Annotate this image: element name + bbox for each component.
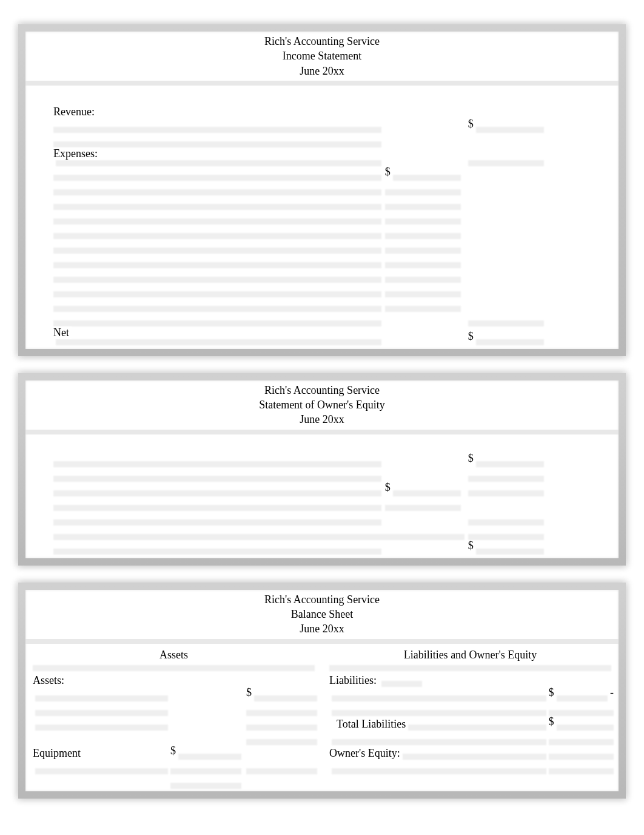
amount-blank [246,768,317,774]
equipment-row: Equipment $ [28,745,320,760]
expense-item-row [25,181,619,195]
amount-blank [385,306,461,312]
total-liabilities-label: Total Liabilities [337,718,406,731]
currency-symbol: $ [385,481,393,494]
revenue-item-row: $ [25,118,619,133]
amount-blank [385,277,461,283]
equity-row [25,496,619,511]
asset-item-row [28,774,320,789]
amount-blank [170,783,241,789]
amount-blank [549,768,614,774]
liabilities-label-row: Liabilities: [324,672,616,687]
amount-blank [393,490,461,496]
company-name: Rich's Accounting Service [25,34,619,49]
total-expenses-row [25,312,619,326]
net-label: Net [53,326,72,339]
divider [25,639,619,644]
liabilities-label: Liabilities: [329,674,377,687]
liability-item-row [324,701,616,716]
amount-blank [557,725,614,731]
currency-symbol: $ [246,686,254,699]
currency-symbol: $ [385,166,393,178]
revenue-label: Revenue: [53,106,97,118]
amount-blank [385,291,461,297]
assets-heading: Assets [28,646,320,664]
amount-blank [468,534,544,540]
currency-symbol: $ [468,330,476,343]
owners-equity-content: $ $ [25,434,619,558]
statement-title: Statement of Owner's Equity [25,397,619,412]
company-name: Rich's Accounting Service [25,383,619,397]
expense-item-row [25,254,619,268]
net-row: Net $ [25,326,619,345]
balance-sheet-columns: Assets Assets: $ [25,644,619,791]
amount-blank [476,339,544,345]
amount-blank [385,233,461,239]
dash: - [608,686,614,699]
amount-blank [170,768,241,774]
expense-item-row [25,283,619,297]
divider [25,430,619,434]
amount-blank [385,189,461,195]
currency-symbol: $ [549,686,557,699]
company-name: Rich's Accounting Service [25,592,619,607]
statement-title: Balance Sheet [25,607,619,621]
amount-blank [549,754,614,760]
balance-sheet-header: Rich's Accounting Service Balance Sheet … [25,590,619,638]
asset-item-row [28,760,320,774]
income-statement-header: Rich's Accounting Service Income Stateme… [25,32,619,79]
amount-blank [385,262,461,268]
currency-symbol: $ [549,715,557,728]
expense-item-row [25,195,619,210]
amount-blank [385,218,461,225]
owners-equity-header: Rich's Accounting Service Statement of O… [25,380,619,428]
amount-blank [549,710,614,716]
equity-row: $ [25,482,619,496]
amount-blank [468,160,544,166]
amount-blank [476,549,544,555]
equity-item-row [324,760,616,774]
blank-row [25,133,619,147]
assets-column: Assets Assets: $ [25,646,322,789]
expense-item-row [25,210,619,225]
amount-blank [393,175,461,181]
statement-period: June 20xx [25,64,619,78]
amount-blank [246,725,317,731]
blank-row [324,731,616,745]
statement-title: Income Statement [25,49,619,63]
divider [25,81,619,86]
asset-item-row [28,731,320,745]
amount-blank [385,248,461,254]
income-statement-content: Revenue: $ Expenses: $ [25,86,619,349]
equity-row [25,467,619,482]
expenses-row: Expenses: [25,147,619,166]
expense-item-row [25,268,619,283]
expense-item-row [25,225,619,239]
liabilities-equity-heading: Liabilities and Owner's Equity [324,646,616,664]
income-statement-box: Rich's Accounting Service Income Stateme… [18,24,626,356]
currency-symbol: $ [468,539,476,552]
expense-item-row [25,239,619,254]
equity-row [25,526,619,540]
equity-row [25,511,619,526]
owners-equity-label-row: Owner's Equity: [324,745,616,760]
amount-blank [557,695,608,701]
liabilities-equity-column: Liabilities and Owner's Equity Liabiliti… [322,646,619,789]
balance-sheet-box: Rich's Accounting Service Balance Sheet … [18,583,626,799]
amount-blank [468,476,544,482]
amount-blank [476,127,544,133]
expense-item-row [25,297,619,312]
asset-item-row: $ [28,687,320,701]
currency-symbol: $ [170,745,178,757]
amount-blank [476,461,544,467]
amount-blank [246,710,317,716]
statement-period: June 20xx [25,412,619,427]
statement-period: June 20xx [25,621,619,636]
amount-blank [385,505,461,511]
currency-symbol: $ [468,118,476,130]
total-liabilities-row: Total Liabilities $ [324,716,616,731]
owners-equity-label: Owner's Equity: [329,747,400,760]
amount-blank [468,320,544,326]
amount-blank [468,490,544,496]
amount-blank [549,739,614,745]
